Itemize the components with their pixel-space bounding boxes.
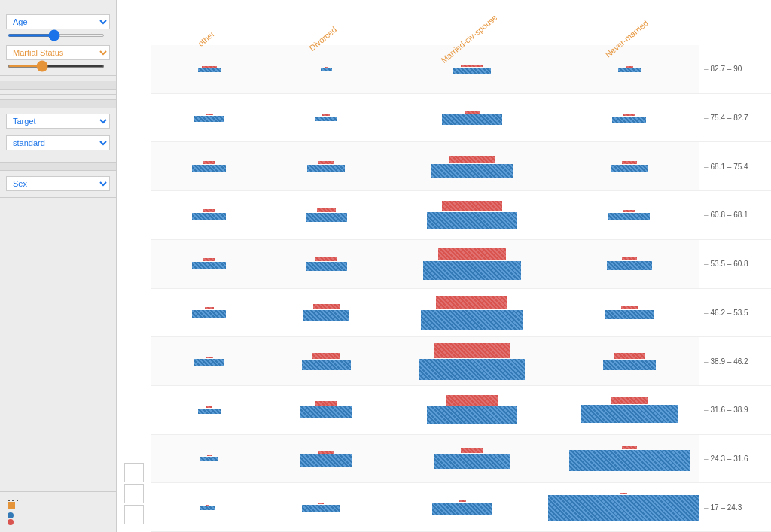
bar-stack bbox=[198, 406, 221, 414]
zoom-out-button[interactable] bbox=[124, 484, 144, 503]
bar-stack bbox=[423, 248, 521, 280]
bar-red bbox=[313, 304, 340, 309]
chart-cell bbox=[151, 289, 267, 337]
legend-le50k bbox=[8, 512, 108, 518]
bar-blue bbox=[307, 165, 345, 172]
bar-blue bbox=[421, 310, 523, 330]
bar-stack bbox=[432, 500, 492, 515]
bar-red bbox=[449, 156, 495, 163]
bar-blue bbox=[432, 503, 492, 515]
bar-stack bbox=[302, 503, 340, 512]
palette-select[interactable]: standard bbox=[6, 135, 110, 150]
bar-blue bbox=[194, 359, 224, 366]
chart-area: other Divorced Married-civ-spouse Never-… bbox=[117, 0, 771, 532]
chart-cell bbox=[267, 240, 384, 288]
bar-red bbox=[465, 111, 480, 114]
bar-stack bbox=[300, 401, 352, 418]
bar-stack bbox=[198, 66, 221, 72]
bar-red bbox=[317, 208, 336, 212]
bar-stack bbox=[302, 353, 351, 370]
chart-cell bbox=[559, 45, 699, 93]
bar-red bbox=[203, 258, 215, 261]
bar-blue bbox=[608, 213, 650, 220]
bar-stack bbox=[192, 209, 226, 220]
bar-red bbox=[318, 503, 324, 504]
display-header[interactable] bbox=[0, 162, 116, 171]
col-slider[interactable] bbox=[8, 65, 105, 68]
bar-blue bbox=[192, 213, 226, 220]
bar-stack bbox=[306, 257, 347, 271]
color-by-label bbox=[0, 108, 116, 112]
bar-blue bbox=[605, 310, 654, 319]
range-label: –68.1 – 75.4 bbox=[699, 142, 771, 191]
chart-body: –82.7 – 90–75.4 – 82.7–68.1 – 75.4–60.8 … bbox=[151, 45, 771, 532]
bar-stack bbox=[442, 111, 502, 125]
bar-blue bbox=[300, 406, 352, 418]
col-facet-label bbox=[0, 40, 116, 44]
chart-row bbox=[151, 337, 699, 386]
main-area: other Divorced Married-civ-spouse Never-… bbox=[117, 0, 771, 532]
bar-stack bbox=[321, 67, 332, 71]
bar-blue bbox=[321, 68, 332, 71]
chart-cell bbox=[267, 337, 384, 385]
bar-stack bbox=[605, 306, 654, 319]
bar-red bbox=[206, 406, 212, 408]
bar-stack bbox=[194, 357, 224, 366]
bar-red bbox=[205, 307, 214, 309]
bar-blue bbox=[603, 360, 656, 370]
bar-red bbox=[436, 296, 507, 309]
le50k-dot bbox=[8, 512, 14, 518]
chart-cell bbox=[151, 94, 267, 142]
bar-red bbox=[461, 65, 483, 67]
row-slider[interactable] bbox=[8, 34, 105, 37]
col-facet-select[interactable]: Martial Status bbox=[6, 45, 110, 60]
positioning-header[interactable] bbox=[0, 81, 116, 90]
color-header[interactable] bbox=[0, 99, 116, 108]
bar-blue bbox=[192, 310, 226, 318]
chart-cell bbox=[547, 483, 699, 531]
bar-red bbox=[623, 114, 635, 116]
bar-stack bbox=[192, 307, 226, 318]
bar-stack bbox=[427, 395, 517, 424]
col-slider-row bbox=[0, 62, 116, 71]
chart-row bbox=[151, 94, 699, 143]
row-slider-row bbox=[0, 31, 116, 40]
sidebar: Age Martial Status Target standard Sex bbox=[0, 0, 117, 532]
age-icon bbox=[8, 500, 18, 501]
bar-blue bbox=[423, 261, 521, 280]
bar-blue bbox=[200, 506, 215, 510]
legend-martial bbox=[8, 502, 108, 509]
bar-stack bbox=[421, 296, 523, 330]
fit-button[interactable] bbox=[124, 505, 144, 524]
chart-cell bbox=[559, 191, 699, 239]
range-label: –24.3 – 31.6 bbox=[699, 435, 771, 484]
bar-stack bbox=[192, 161, 226, 172]
chart-cell bbox=[559, 386, 699, 434]
bar-stack bbox=[419, 343, 525, 380]
bar-blue bbox=[607, 261, 652, 270]
col-header-divorced: Divorced bbox=[267, 0, 384, 45]
toolbar bbox=[124, 463, 144, 524]
bar-stack bbox=[453, 65, 491, 74]
bar-stack bbox=[612, 114, 646, 123]
chart-cell bbox=[385, 142, 559, 190]
bar-stack bbox=[194, 114, 224, 122]
chart-cell bbox=[151, 386, 267, 434]
bar-stack bbox=[306, 208, 347, 222]
bar-red bbox=[322, 114, 330, 116]
bar-stack bbox=[200, 455, 218, 461]
bar-red bbox=[442, 201, 502, 211]
chart-cell bbox=[151, 435, 267, 483]
bar-red bbox=[206, 357, 213, 358]
bar-stack bbox=[607, 257, 652, 270]
bar-red bbox=[614, 353, 645, 359]
row-facet-select[interactable]: Age bbox=[6, 14, 110, 29]
show-select[interactable]: Sex bbox=[6, 176, 110, 191]
bar-red bbox=[622, 446, 637, 449]
chart-cell bbox=[264, 483, 378, 531]
zoom-in-button[interactable] bbox=[124, 463, 144, 482]
color-by-select[interactable]: Target bbox=[6, 114, 110, 129]
chart-row bbox=[151, 240, 699, 289]
bar-stack bbox=[581, 397, 678, 423]
chart-cell bbox=[151, 337, 267, 385]
